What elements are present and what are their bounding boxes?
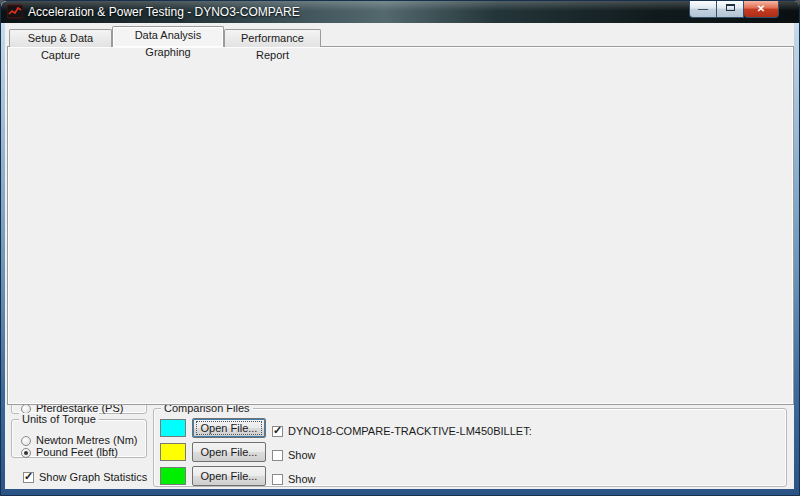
- show-graph-statistics-checkbox[interactable]: Show Graph Statistics: [23, 467, 147, 485]
- radio-pound-feet-lbft-[interactable]: Pound Feet (lbft): [21, 442, 118, 454]
- close-button[interactable]: ✕: [744, 1, 779, 18]
- open-file-button[interactable]: Open File...: [192, 418, 266, 438]
- comparison-show-checkbox[interactable]: Show: [272, 445, 316, 463]
- show-graph-statistics-label: Show Graph Statistics: [39, 471, 147, 483]
- app-window: Acceleration & Power Testing - DYNO3-COM…: [0, 0, 800, 496]
- comparison-file-label: Show: [288, 473, 316, 485]
- maximize-button[interactable]: [717, 1, 744, 18]
- radio-icon[interactable]: [21, 448, 31, 458]
- tab-data-analysis-graphing[interactable]: Data Analysis Graphing: [112, 26, 224, 47]
- group-units-of-torque: Units of TorqueNewton Metres (Nm)Pound F…: [11, 419, 147, 458]
- tab-performance-report[interactable]: Performance Report: [224, 29, 321, 47]
- comparison-file-label: DYNO18-COMPARE-TRACKTIVE-LM450BILLET:: [288, 425, 532, 437]
- tab-setup-data-capture[interactable]: Setup & Data Capture: [9, 29, 112, 47]
- radio-label: Pound Feet (lbft): [36, 446, 118, 458]
- radio-newton-metres-nm-[interactable]: Newton Metres (Nm): [21, 430, 137, 442]
- maximize-icon: [726, 4, 735, 11]
- comparison-show-checkbox[interactable]: Show: [272, 469, 316, 487]
- trace-color-swatch: [160, 467, 186, 485]
- comparison-files-group: Comparison Files Open File...DYNO18-COMP…: [153, 408, 787, 487]
- open-file-button[interactable]: Open File...: [192, 466, 266, 486]
- title-bar[interactable]: Acceleration & Power Testing - DYNO3-COM…: [1, 1, 800, 23]
- comparison-show-checkbox[interactable]: DYNO18-COMPARE-TRACKTIVE-LM450BILLET:: [272, 421, 532, 439]
- checkbox-icon[interactable]: [272, 426, 283, 437]
- comparison-row: Open File...Show: [154, 466, 786, 488]
- checkbox-icon[interactable]: [23, 472, 34, 483]
- group-title: Units of Torque: [19, 413, 99, 425]
- window-title: Acceleration & Power Testing - DYNO3-COM…: [28, 5, 300, 19]
- checkbox-icon[interactable]: [272, 450, 283, 461]
- checkbox-icon[interactable]: [272, 474, 283, 485]
- comparison-row: Open File...Show: [154, 442, 786, 464]
- trace-color-swatch: [160, 419, 186, 437]
- caption-buttons: — ✕: [689, 1, 779, 20]
- comparison-row: Open File...DYNO18-COMPARE-TRACKTIVE-LM4…: [154, 418, 786, 440]
- minimize-button[interactable]: —: [689, 1, 717, 18]
- open-file-button[interactable]: Open File...: [192, 442, 266, 462]
- tab-page: [7, 46, 794, 405]
- comparison-file-label: Show: [288, 449, 316, 461]
- trace-color-swatch: [160, 443, 186, 461]
- app-icon: [7, 4, 23, 20]
